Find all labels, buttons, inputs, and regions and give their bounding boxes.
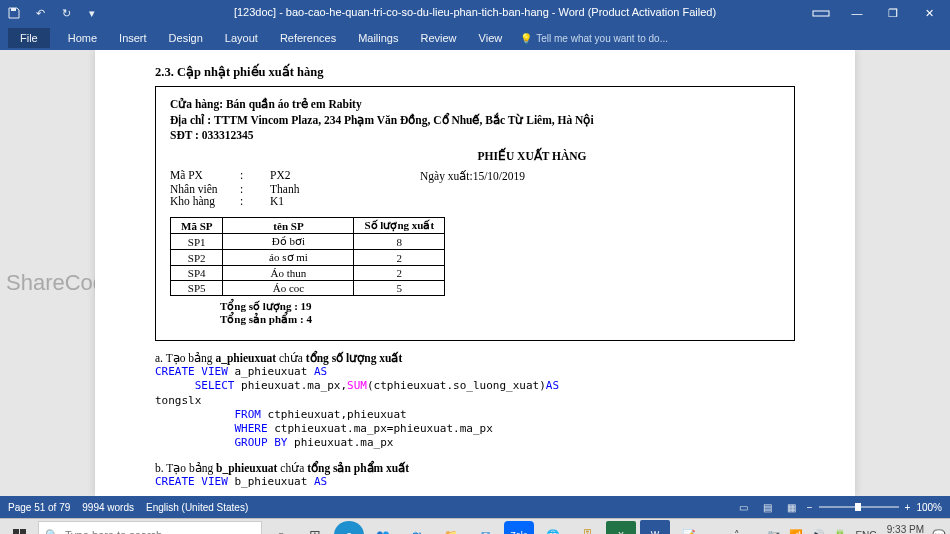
windows-logo-icon — [13, 529, 26, 535]
task-view-icon[interactable]: ⊞ — [300, 521, 330, 534]
tab-mailings[interactable]: Mailings — [354, 32, 402, 44]
app-edge[interactable]: e — [334, 521, 364, 534]
section-heading: 2.3. Cập nhật phiếu xuất hàng — [155, 64, 795, 80]
web-layout-icon[interactable]: ▦ — [783, 499, 801, 515]
bulb-icon: 💡 — [520, 33, 532, 44]
tab-file[interactable]: File — [8, 28, 50, 48]
svg-rect-0 — [11, 8, 16, 11]
tab-design[interactable]: Design — [165, 32, 207, 44]
tab-references[interactable]: References — [276, 32, 340, 44]
status-language[interactable]: English (United States) — [146, 502, 248, 513]
tray-volume-icon[interactable]: 🔊 — [811, 529, 825, 535]
search-placeholder: Type here to search — [65, 529, 162, 534]
code-block-b: CREATE VIEW b_phieuxuat AS — [155, 475, 795, 489]
tray-language[interactable]: ENG — [855, 530, 877, 535]
system-tray: ˄ ☁ 📷 📶 🔊 🔋 ENG 9:33 PM 2/5/2022 💬 — [734, 524, 946, 534]
tray-clock[interactable]: 9:33 PM 2/5/2022 — [885, 524, 924, 534]
taskbar-search[interactable]: 🔍 Type here to search — [38, 521, 262, 534]
tray-time: 9:33 PM — [885, 524, 924, 534]
tray-wifi-icon[interactable]: 📶 — [789, 529, 803, 535]
tab-home[interactable]: Home — [64, 32, 101, 44]
tray-onedrive-icon[interactable]: ☁ — [748, 529, 759, 535]
items-table: Mã SPtên SPSố lượng xuất SP1Đồ bơi8 SP2á… — [170, 217, 445, 296]
qat-customize-icon[interactable]: ▾ — [82, 3, 102, 23]
status-page[interactable]: Page 51 of 79 — [8, 502, 70, 513]
tell-me[interactable]: 💡Tell me what you want to do... — [520, 33, 668, 44]
paragraph-a: a. Tạo bảng a_phieuxuat chứa tổng số lượ… — [155, 351, 795, 365]
tray-camera-icon[interactable]: 📷 — [767, 529, 781, 535]
save-icon[interactable] — [4, 3, 24, 23]
read-mode-icon[interactable]: ▭ — [735, 499, 753, 515]
svg-rect-1 — [813, 11, 829, 16]
paragraph-b: b. Tạo bảng b_phieuxuat chứa tổng sản ph… — [155, 461, 795, 475]
redo-icon[interactable]: ↻ — [56, 3, 76, 23]
form-title: PHIẾU XUẤT HÀNG — [290, 149, 774, 163]
status-words[interactable]: 9994 words — [82, 502, 134, 513]
tray-chevron-icon[interactable]: ˄ — [734, 529, 740, 535]
search-icon: 🔍 — [45, 529, 59, 535]
form-box: Cửa hàng: Bán quần áo trẻ em Rabity Địa … — [155, 86, 795, 341]
zoom-level[interactable]: 100% — [916, 502, 942, 513]
windows-taskbar: 🔍 Type here to search ○ ⊞ e 👥 🛍 📁 ✉ Zalo… — [0, 518, 950, 534]
cortana-icon[interactable]: ○ — [266, 521, 296, 534]
zoom-in-icon[interactable]: + — [905, 502, 911, 513]
print-layout-icon[interactable]: ▤ — [759, 499, 777, 515]
app-explorer[interactable]: 📁 — [436, 521, 466, 534]
tray-battery-icon[interactable]: 🔋 — [833, 529, 847, 535]
app-word[interactable]: W — [640, 520, 670, 534]
tray-notifications-icon[interactable]: 💬 — [932, 529, 946, 535]
app-teams[interactable]: 👥 — [368, 521, 398, 534]
undo-icon[interactable]: ↶ — [30, 3, 50, 23]
restore-icon[interactable]: ❐ — [876, 3, 910, 23]
tab-view[interactable]: View — [475, 32, 507, 44]
tab-insert[interactable]: Insert — [115, 32, 151, 44]
window-controls: — ❐ ✕ — [804, 3, 946, 23]
minimize-icon[interactable]: — — [840, 3, 874, 23]
app-store[interactable]: 🛍 — [402, 521, 432, 534]
tab-review[interactable]: Review — [417, 32, 461, 44]
tell-me-text: Tell me what you want to do... — [536, 33, 668, 44]
zoom-slider[interactable] — [819, 506, 899, 508]
status-bar: Page 51 of 79 9994 words English (United… — [0, 496, 950, 518]
app-zalo[interactable]: Zalo — [504, 521, 534, 534]
document-workspace: ShareCode.vn 2.3. Cập nhật phiếu xuất hà… — [0, 50, 950, 496]
app-excel[interactable]: X — [606, 521, 636, 534]
quick-access-toolbar: ↶ ↻ ▾ — [4, 3, 102, 23]
ribbon-options-icon[interactable] — [804, 3, 838, 23]
close-icon[interactable]: ✕ — [912, 3, 946, 23]
title-bar: ↶ ↻ ▾ [123doc] - bao-cao-he-quan-tri-co-… — [0, 0, 950, 26]
app-notepad[interactable]: 📝 — [674, 521, 704, 534]
app-sql[interactable]: 🗄 — [572, 521, 602, 534]
tab-layout[interactable]: Layout — [221, 32, 262, 44]
zoom-out-icon[interactable]: − — [807, 502, 813, 513]
start-button[interactable] — [4, 521, 34, 534]
document-page[interactable]: 2.3. Cập nhật phiếu xuất hàng Cửa hàng: … — [95, 50, 855, 496]
ribbon-tabs: File Home Insert Design Layout Reference… — [0, 26, 950, 50]
app-mail[interactable]: ✉ — [470, 521, 500, 534]
app-chrome[interactable]: 🌐 — [538, 521, 568, 534]
code-block-a: CREATE VIEW a_phieuxuat AS SELECT phieux… — [155, 365, 795, 451]
